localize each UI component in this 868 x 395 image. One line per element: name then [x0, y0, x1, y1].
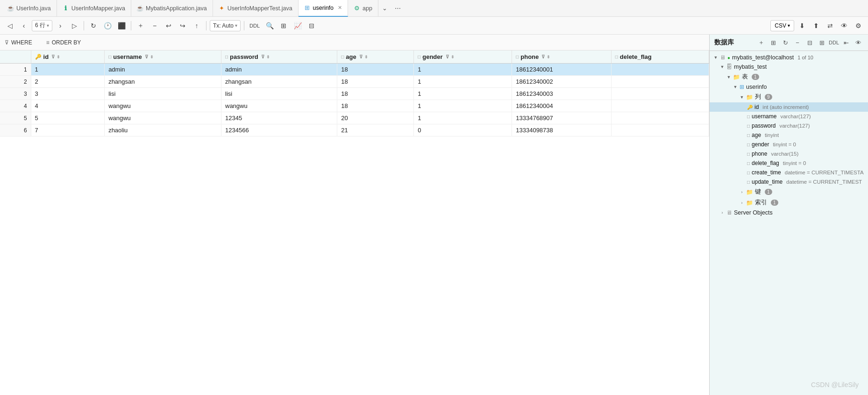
- download-button[interactable]: ⬇: [796, 20, 808, 32]
- table-cell[interactable]: 1: [31, 64, 105, 76]
- username-sort-btn[interactable]: ⬍: [150, 55, 154, 59]
- table-cell[interactable]: 6: [0, 124, 31, 136]
- gender-filter-btn[interactable]: ⊽: [446, 54, 449, 59]
- table-row[interactable]: 33lisilisi18118612340003: [0, 88, 709, 100]
- tree-connection[interactable]: ▼ 🖥 ● mybatis_test@localhost 1 of 10: [710, 53, 868, 62]
- history-button[interactable]: 🕐: [101, 20, 114, 32]
- table-scroll[interactable]: 🔑 id ⊽ ⬍ □ username ⊽ ⬍: [0, 50, 709, 395]
- th-password[interactable]: □ password ⊽ ⬍: [221, 50, 337, 64]
- search-button[interactable]: 🔍: [263, 20, 276, 32]
- table-cell[interactable]: 1: [414, 76, 512, 88]
- redo-button[interactable]: ↪: [177, 20, 189, 32]
- id-sort-btn[interactable]: ⬍: [57, 55, 60, 59]
- db-connect-button[interactable]: ⊟: [804, 37, 815, 48]
- db-ddl-button[interactable]: DDL: [829, 37, 839, 48]
- table-cell[interactable]: 3: [31, 88, 105, 100]
- nav-back-button[interactable]: ◁: [4, 20, 16, 32]
- tree-server-objects[interactable]: › 🖥 Server Objects: [710, 208, 868, 217]
- tx-label[interactable]: Tx: Auto ▾: [210, 20, 241, 31]
- remove-row-button[interactable]: −: [149, 20, 161, 32]
- chart-button[interactable]: 📈: [292, 20, 304, 32]
- orderby-filter[interactable]: ≡ ORDER BY: [46, 39, 81, 46]
- password-sort-btn[interactable]: ⬍: [266, 55, 270, 59]
- table-cell[interactable]: 18: [337, 100, 414, 112]
- tab-app[interactable]: ⚙ app: [348, 0, 378, 17]
- tree-column-item[interactable]: □passwordvarchar(127): [710, 121, 868, 130]
- undo-button[interactable]: ↩: [163, 20, 175, 32]
- table-cell[interactable]: 1: [414, 112, 512, 124]
- table-cell[interactable]: 4: [31, 100, 105, 112]
- more-tabs-button[interactable]: ⌄: [378, 5, 391, 12]
- age-sort-btn[interactable]: ⬍: [364, 55, 368, 59]
- table-cell[interactable]: 2: [0, 76, 31, 88]
- table-cell[interactable]: 1: [414, 88, 512, 100]
- table-cell[interactable]: 13334098738: [512, 124, 612, 136]
- table-cell[interactable]: 1: [414, 100, 512, 112]
- table-cell[interactable]: 12345: [221, 112, 337, 124]
- table-cell[interactable]: 18: [337, 64, 414, 76]
- table-cell[interactable]: wangwu: [221, 100, 337, 112]
- tree-column-item[interactable]: 🔑idint (auto increment): [710, 102, 868, 112]
- age-filter-btn[interactable]: ⊽: [359, 54, 363, 59]
- tree-column-item[interactable]: □gendertinyint = 0: [710, 140, 868, 149]
- username-filter-btn[interactable]: ⊽: [145, 54, 148, 59]
- where-filter[interactable]: ⊽ WHERE: [5, 39, 32, 46]
- table-cell[interactable]: zhangsan: [221, 76, 337, 88]
- refresh-button[interactable]: ↻: [87, 20, 100, 32]
- nav-forward2-button[interactable]: ▷: [68, 20, 80, 32]
- table-cell[interactable]: zhaoliu: [105, 124, 221, 136]
- table-row[interactable]: 67zhaoliu123456621013334098738: [0, 124, 709, 136]
- phone-filter-btn[interactable]: ⊽: [541, 54, 545, 59]
- grid-button[interactable]: ⊞: [277, 20, 290, 32]
- tree-indexes-group[interactable]: › 📁 索引 1: [710, 197, 868, 208]
- add-row-button[interactable]: ＋: [135, 20, 147, 32]
- tab-mybatisapp-java[interactable]: ☕ MybatisApplication.java: [131, 0, 213, 17]
- table-cell[interactable]: 20: [337, 112, 414, 124]
- ddl-button[interactable]: DDL: [248, 20, 262, 32]
- password-filter-btn[interactable]: ⊽: [261, 54, 264, 59]
- db-minus-button[interactable]: −: [792, 37, 803, 48]
- id-filter-btn[interactable]: ⊽: [51, 54, 55, 59]
- tree-tables-group[interactable]: ▼ 📁 表 1: [710, 72, 868, 82]
- table-view-button[interactable]: ⊟: [306, 20, 318, 32]
- tree-column-item[interactable]: □usernamevarchar(127): [710, 112, 868, 121]
- table-cell[interactable]: 1: [0, 64, 31, 76]
- db-arrow-button[interactable]: ⇤: [841, 37, 851, 48]
- tree-keys-group[interactable]: › 📁 键 1: [710, 187, 868, 197]
- db-eye-button[interactable]: 👁: [853, 37, 863, 48]
- table-cell[interactable]: 2: [31, 76, 105, 88]
- compare-button[interactable]: ⇄: [824, 20, 836, 32]
- table-cell[interactable]: [611, 88, 709, 100]
- table-cell[interactable]: 3: [0, 88, 31, 100]
- th-age[interactable]: □ age ⊽ ⬍: [337, 50, 414, 64]
- table-cell[interactable]: admin: [221, 64, 337, 76]
- table-cell[interactable]: 18612340002: [512, 76, 612, 88]
- up-button[interactable]: ↑: [191, 20, 203, 32]
- tab-close-button[interactable]: ✕: [338, 5, 342, 11]
- table-cell[interactable]: [611, 100, 709, 112]
- nav-forward-button[interactable]: ›: [54, 20, 66, 32]
- table-cell[interactable]: 18: [337, 76, 414, 88]
- table-cell[interactable]: 21: [337, 124, 414, 136]
- tree-userinfo-table[interactable]: ▼ ⊞ userinfo: [710, 82, 868, 92]
- db-table-button[interactable]: ⊞: [817, 37, 827, 48]
- gender-sort-btn[interactable]: ⬍: [451, 55, 455, 59]
- phone-sort-btn[interactable]: ⬍: [547, 55, 550, 59]
- tab-userinfomapper-java[interactable]: ℹ UserInfoMapper.java: [57, 0, 131, 17]
- db-refresh-button[interactable]: ↻: [780, 37, 790, 48]
- table-cell[interactable]: [611, 64, 709, 76]
- tree-column-item[interactable]: □phonevarchar(15): [710, 149, 868, 158]
- table-cell[interactable]: 0: [414, 124, 512, 136]
- table-cell[interactable]: admin: [105, 64, 221, 76]
- eye-button[interactable]: 👁: [838, 20, 850, 32]
- table-cell[interactable]: [611, 112, 709, 124]
- table-cell[interactable]: lisi: [221, 88, 337, 100]
- table-cell[interactable]: lisi: [105, 88, 221, 100]
- th-phone[interactable]: □ phone ⊽ ⬍: [512, 50, 612, 64]
- table-cell[interactable]: 7: [31, 124, 105, 136]
- table-row[interactable]: 22zhangsanzhangsan18118612340002: [0, 76, 709, 88]
- table-row[interactable]: 11adminadmin18118612340001: [0, 64, 709, 76]
- tab-userinfotest-java[interactable]: ✦ UserInfoMapperTest.java: [213, 0, 299, 17]
- table-cell[interactable]: 5: [0, 112, 31, 124]
- db-info-button[interactable]: ⊞: [768, 37, 778, 48]
